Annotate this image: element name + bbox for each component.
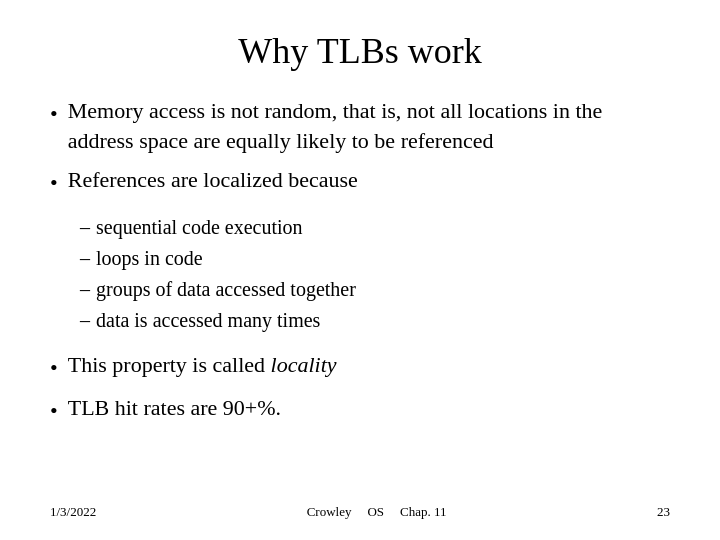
sub-item-3: – groups of data accessed together <box>80 276 670 303</box>
footer-date: 1/3/2022 <box>50 504 96 520</box>
slide-title: Why TLBs work <box>50 30 670 72</box>
bullet-item-2: • References are localized because <box>50 165 670 198</box>
sub-dash-3: – <box>80 276 90 303</box>
bullet-dot-3: • <box>50 353 58 383</box>
sub-text-4: data is accessed many times <box>96 307 670 334</box>
sub-dash-1: – <box>80 214 90 241</box>
bullet-text-2: References are localized because <box>68 165 670 195</box>
bullet-dot-1: • <box>50 99 58 129</box>
bullet-dot-4: • <box>50 396 58 426</box>
slide-content: • Memory access is not random, that is, … <box>50 96 670 490</box>
bullet-dot-2: • <box>50 168 58 198</box>
sub-item-4: – data is accessed many times <box>80 307 670 334</box>
bullet3-plain: This property is called <box>68 352 271 377</box>
bullet-text-3: This property is called locality <box>68 350 670 380</box>
sub-dash-2: – <box>80 245 90 272</box>
sub-text-2: loops in code <box>96 245 670 272</box>
footer-chapter: Chap. 11 <box>400 504 446 520</box>
sub-dash-4: – <box>80 307 90 334</box>
bullet-text-1: Memory access is not random, that is, no… <box>68 96 670 155</box>
footer-page: 23 <box>657 504 670 520</box>
footer-author: Crowley <box>307 504 352 520</box>
bullet-item-4: • TLB hit rates are 90+%. <box>50 393 670 426</box>
sub-item-2: – loops in code <box>80 245 670 272</box>
bullet3-italic: locality <box>271 352 337 377</box>
slide: Why TLBs work • Memory access is not ran… <box>0 0 720 540</box>
bullet-item-3: • This property is called locality <box>50 350 670 383</box>
bullet-text-4: TLB hit rates are 90+%. <box>68 393 670 423</box>
sub-text-1: sequential code execution <box>96 214 670 241</box>
sub-items-list: – sequential code execution – loops in c… <box>80 214 670 334</box>
bullet-item-1: • Memory access is not random, that is, … <box>50 96 670 155</box>
sub-item-1: – sequential code execution <box>80 214 670 241</box>
sub-text-3: groups of data accessed together <box>96 276 670 303</box>
footer-course: OS <box>367 504 384 520</box>
footer-center: Crowley OS Chap. 11 <box>307 504 447 520</box>
slide-footer: 1/3/2022 Crowley OS Chap. 11 23 <box>50 500 670 520</box>
